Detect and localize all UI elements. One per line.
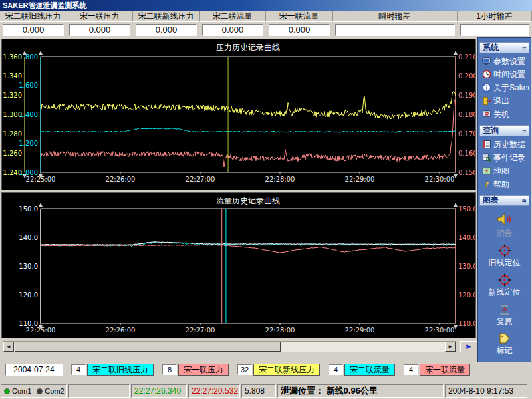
sidebar-item-label: 消音 <box>497 228 513 239</box>
statusbar-spacer <box>68 384 130 398</box>
window-title: SAKER管道泄漏监测系统 <box>3 1 87 9</box>
sidebar-item-about-saker[interactable]: 关于Saker <box>481 81 529 94</box>
telemetry-value-5 <box>335 24 455 36</box>
chart-title: 压力历史记录曲线 <box>216 43 280 52</box>
title-bar: SAKER管道泄漏监测系统 <box>0 0 532 11</box>
telemetry-value-3: 0.000 <box>202 24 263 36</box>
sidebar-item-label: 旧线定位 <box>489 257 521 269</box>
collapse-icon: ≈ <box>522 197 526 205</box>
axis-tick-label: 1.340 <box>3 72 22 80</box>
axis-tick-label: 1.280 <box>3 130 22 138</box>
sidebar-section-header-1[interactable]: 查询≈ <box>479 125 529 136</box>
system-datetime: 2004-8-10 9:17:53 <box>445 384 527 398</box>
axis-tick-label: 1.320 <box>3 92 22 99</box>
flow-chart-svg[interactable]: 流量历史记录曲线150.0140.0130.0120.0110.0150.014… <box>2 193 475 338</box>
sidebar-item-help[interactable]: ?帮助 <box>481 178 529 191</box>
axis-tick-label: 0.180 <box>458 111 475 118</box>
axis-tick-label: 0.200 <box>458 72 475 80</box>
scroll-thumb[interactable] <box>15 342 281 352</box>
com-ports: Com1Com2 <box>1 384 67 398</box>
legend-channel-number-song2-new-pressure[interactable]: 32 <box>237 364 252 375</box>
legend-item-song2-old-pressure[interactable]: 宋二联旧线压力 <box>87 364 154 376</box>
scroll-right-button[interactable]: ► <box>445 342 456 352</box>
axis-tick-label: 0.160 <box>458 150 475 157</box>
section-title: 查询 <box>483 125 499 136</box>
sidebar-item-mark[interactable]: 标记 <box>497 332 513 356</box>
telemetry-value-0: 0.000 <box>3 24 64 36</box>
monitor-icon <box>482 57 491 66</box>
legend-channel-number-song2-old-pressure[interactable]: 4 <box>71 364 86 375</box>
telemetry-value-2: 0.000 <box>136 24 197 36</box>
section-body: 历史数据事件记录地图?帮助 <box>479 136 529 192</box>
pressure-chart-svg[interactable]: 压力历史记录曲线1.3601.3401.3201.3001.2801.2601.… <box>2 39 475 190</box>
legend-item-song1-pressure[interactable]: 宋一联压力 <box>178 364 229 376</box>
x-tick-label: 22:25:00 <box>26 176 56 183</box>
axis-tick-label: 110.0 <box>458 320 475 327</box>
sidebar-item-label: 历史数据 <box>493 139 525 150</box>
x-tick-label: 22:28:00 <box>265 327 295 334</box>
play-button[interactable]: ► <box>460 341 477 352</box>
map-icon <box>482 166 491 176</box>
help-icon: ? <box>482 180 491 189</box>
legend-channel-number-song1-pressure[interactable]: 8 <box>162 364 177 375</box>
sidebar-item-mute[interactable]: 消音 <box>496 211 513 239</box>
clock-icon <box>482 70 491 79</box>
target-icon <box>498 273 511 287</box>
sidebar-item-old-line-locate[interactable]: 旧线定位 <box>489 244 521 269</box>
axis-tick-label: 1.200 <box>19 140 38 147</box>
telemetry-header-row: 宋二联旧线压力宋一联压力宋二联新线压力宋二联流量宋一联流量瞬时输差1小时输差 <box>0 11 532 22</box>
telemetry-value-cell-0: 0.000 <box>0 22 66 37</box>
legend-item-song2-flow[interactable]: 宋二联流量 <box>344 364 395 376</box>
sidebar-item-restore[interactable]: 复原 <box>497 303 513 327</box>
telemetry-value-cell-6 <box>458 22 532 37</box>
sidebar-section-header-0[interactable]: 系统≈ <box>479 42 529 53</box>
telemetry-value-6 <box>460 24 529 36</box>
axis-tick-label: 1.600 <box>19 82 38 89</box>
x-tick-label: 22:27:00 <box>186 327 215 334</box>
history-icon <box>482 140 491 149</box>
scroll-left-button[interactable]: ◄ <box>3 342 14 352</box>
x-tick-label: 22:26:00 <box>106 176 136 183</box>
leak-location: 泄漏位置： 新线0.96公里 <box>277 384 444 398</box>
legend-row: 2004-07-244宋二联旧线压力8宋一联压力32宋二联新线压力4宋二联流量4… <box>0 361 476 378</box>
sidebar-item-label: 退出 <box>493 96 509 107</box>
sidebar-item-new-line-locate[interactable]: 新线定位 <box>489 273 521 298</box>
com-port-indicator-2: Com2 <box>37 387 64 395</box>
telemetry-value-cell-3: 0.000 <box>200 22 266 37</box>
sidebar-item-map[interactable]: 地图 <box>481 164 529 178</box>
delta-value: 5.808 <box>241 384 276 398</box>
sidebar-item-event-log[interactable]: 事件记录 <box>481 151 529 164</box>
sidebar-section-header-2[interactable]: 图表≈ <box>479 195 529 206</box>
svg-text:?: ? <box>485 180 489 189</box>
com-status-dot <box>4 388 10 394</box>
time-scrollbar[interactable]: ◄► <box>3 341 456 352</box>
sidebar-item-shutdown[interactable]: 关机 <box>481 108 529 121</box>
collapse-icon: ≈ <box>522 44 526 52</box>
axis-tick-label: 150.0 <box>19 205 38 213</box>
axis-tick-label: 1.800 <box>19 53 38 61</box>
legend-item-song2-new-pressure[interactable]: 宋二联新线压力 <box>253 364 320 376</box>
sidebar-item-history-data[interactable]: 历史数据 <box>481 138 529 151</box>
axis-tick-label: 130.0 <box>458 263 475 270</box>
sidebar-item-time-settings[interactable]: 时间设置 <box>481 68 529 81</box>
telemetry-value-cell-4: 0.000 <box>266 22 332 37</box>
axis-tick-label: 120.0 <box>19 291 38 299</box>
telemetry-value-cell-2: 0.000 <box>133 22 200 37</box>
mute-icon <box>496 211 513 228</box>
sidebar-item-label: 新线定位 <box>489 287 521 298</box>
tag-icon <box>498 332 511 345</box>
event-icon <box>482 153 491 162</box>
telemetry-value-cell-5 <box>332 22 458 37</box>
legend-channel-number-song1-flow[interactable]: 4 <box>404 364 418 375</box>
legend-item-song1-flow[interactable]: 宋一联流量 <box>420 364 470 376</box>
legend-channel-number-song2-flow[interactable]: 4 <box>329 364 343 375</box>
axis-tick-label: 1.260 <box>3 150 22 157</box>
sidebar-item-label: 地图 <box>493 166 509 177</box>
sidebar-item-exit[interactable]: 退出 <box>481 94 529 108</box>
sidebar-item-param-settings[interactable]: 参数设置 <box>481 55 529 68</box>
section-title: 图表 <box>483 195 499 206</box>
com-port-indicator-1: Com1 <box>4 387 31 395</box>
sidebar-item-label: 复原 <box>497 316 513 327</box>
telemetry-column-label-0: 宋二联旧线压力 <box>0 11 66 22</box>
telemetry-column-label-6: 1小时输差 <box>458 11 532 22</box>
